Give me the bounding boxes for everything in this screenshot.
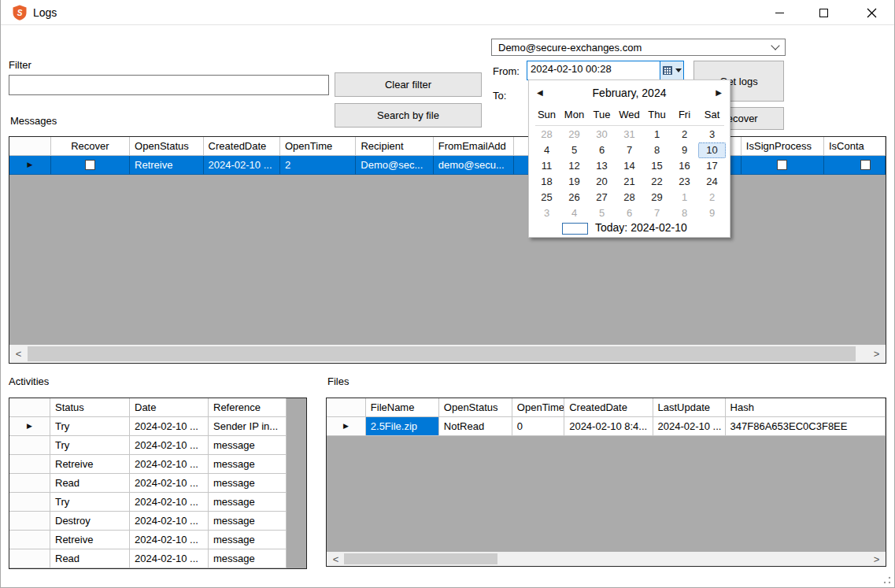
files-hash-cell[interactable]: 347F86A653EC0C3F8EE bbox=[726, 417, 886, 436]
calendar-day[interactable]: 26 bbox=[560, 190, 588, 205]
activity-reference-cell[interactable]: message bbox=[209, 493, 287, 512]
calendar-day[interactable]: 18 bbox=[533, 174, 560, 190]
activity-row-marker-cell[interactable] bbox=[9, 512, 50, 531]
calendar-day[interactable]: 15 bbox=[643, 158, 671, 174]
activity-row[interactable]: Destroy2024-02-10 ...message bbox=[9, 512, 306, 531]
activities-col-date[interactable]: Date bbox=[130, 398, 209, 417]
activity-status-cell[interactable]: Try bbox=[50, 417, 130, 436]
calendar-day[interactable]: 1 bbox=[643, 127, 671, 142]
clear-filter-button[interactable]: Clear filter bbox=[335, 72, 482, 97]
calendar-today-box[interactable] bbox=[562, 223, 588, 235]
calendar-day[interactable]: 5 bbox=[588, 205, 616, 221]
files-hscrollbar[interactable]: < > bbox=[327, 552, 886, 566]
calendar-day[interactable]: 3 bbox=[698, 127, 726, 142]
messages-col-recipient[interactable]: Recipient bbox=[356, 137, 433, 156]
activities-corner-header[interactable] bbox=[9, 398, 50, 417]
messages-isconta-cell[interactable] bbox=[824, 156, 886, 175]
calendar-day[interactable]: 22 bbox=[643, 174, 671, 190]
files-row-marker-cell[interactable]: ▶ bbox=[327, 417, 366, 436]
calendar-day[interactable]: 31 bbox=[616, 127, 643, 142]
files-lastupdate-cell[interactable]: 2024-02-10 ... bbox=[653, 417, 726, 436]
files-col-createddate[interactable]: CreatedDate bbox=[564, 398, 653, 417]
calendar-day[interactable]: 25 bbox=[533, 190, 560, 205]
calendar-day[interactable]: 5 bbox=[560, 142, 588, 158]
activity-date-cell[interactable]: 2024-02-10 ... bbox=[130, 531, 209, 549]
files-hscrollbar-thumb[interactable] bbox=[344, 553, 497, 564]
activity-row-marker-cell[interactable] bbox=[9, 493, 50, 512]
activity-status-cell[interactable]: Read bbox=[50, 474, 130, 493]
maximize-button[interactable] bbox=[805, 0, 841, 25]
activity-date-cell[interactable]: 2024-02-10 ... bbox=[130, 436, 209, 455]
calendar-day[interactable]: 24 bbox=[698, 174, 726, 190]
calendar-title[interactable]: February, 2024 bbox=[529, 87, 730, 99]
calendar-day[interactable]: 6 bbox=[616, 205, 643, 221]
activity-status-cell[interactable]: Try bbox=[50, 493, 130, 512]
calendar-day[interactable]: 20 bbox=[588, 174, 616, 190]
calendar-day[interactable]: 29 bbox=[643, 190, 671, 205]
activity-status-cell[interactable]: Retreive bbox=[50, 531, 130, 549]
activity-status-cell[interactable]: Destroy bbox=[50, 512, 130, 531]
from-datetime-picker[interactable]: 2024-02-10 00:28 bbox=[527, 61, 684, 80]
messages-recover-cell[interactable] bbox=[51, 156, 130, 175]
activities-col-status[interactable]: Status bbox=[50, 398, 130, 417]
calendar-day[interactable]: 11 bbox=[533, 158, 560, 174]
activity-reference-cell[interactable]: message bbox=[209, 455, 287, 474]
calendar-day[interactable]: 2 bbox=[671, 127, 698, 142]
scroll-left-icon[interactable]: < bbox=[9, 349, 28, 359]
messages-createddate-cell[interactable]: 2024-02-10 ... bbox=[204, 156, 280, 175]
activity-row[interactable]: Read2024-02-10 ...message bbox=[9, 549, 306, 568]
minimize-button[interactable] bbox=[761, 0, 797, 25]
activity-row[interactable]: Retreive2024-02-10 ...message bbox=[9, 531, 306, 549]
row-marker-cell[interactable]: ▶ bbox=[9, 156, 51, 175]
messages-hscrollbar-thumb[interactable] bbox=[28, 346, 856, 361]
activity-row[interactable]: ▶Try2024-02-10 ...Sender IP in... bbox=[9, 417, 306, 436]
activity-reference-cell[interactable]: message bbox=[209, 531, 287, 549]
activity-row-marker-cell[interactable] bbox=[9, 474, 50, 493]
messages-corner-header[interactable] bbox=[9, 137, 51, 156]
activity-status-cell[interactable]: Retreive bbox=[50, 455, 130, 474]
calendar-day[interactable]: 27 bbox=[588, 190, 616, 205]
activity-row-marker-cell[interactable] bbox=[9, 455, 50, 474]
files-createddate-cell[interactable]: 2024-02-10 8:4... bbox=[564, 417, 653, 436]
messages-col-openstatus[interactable]: OpenStatus bbox=[130, 137, 204, 156]
activity-row[interactable]: Retreive2024-02-10 ...message bbox=[9, 455, 306, 474]
messages-recipient-cell[interactable]: Demo@sec... bbox=[356, 156, 433, 175]
calendar-day[interactable]: 28 bbox=[533, 127, 560, 142]
files-openstatus-cell[interactable]: NotRead bbox=[439, 417, 512, 436]
calendar-day[interactable]: 12 bbox=[560, 158, 588, 174]
messages-openstatus-cell[interactable]: Retreive bbox=[130, 156, 204, 175]
issignprocess-checkbox[interactable] bbox=[777, 160, 787, 170]
messages-issignprocess-cell[interactable] bbox=[742, 156, 824, 175]
activity-reference-cell[interactable]: Sender IP in... bbox=[209, 417, 287, 436]
calendar-day[interactable]: 17 bbox=[698, 158, 726, 174]
isconta-checkbox[interactable] bbox=[860, 160, 871, 170]
files-col-openstatus[interactable]: OpenStatus bbox=[439, 398, 512, 417]
calendar-day[interactable]: 6 bbox=[588, 142, 616, 158]
messages-col-opentime[interactable]: OpenTime bbox=[280, 137, 356, 156]
files-col-hash[interactable]: Hash bbox=[726, 398, 886, 417]
calendar-day[interactable]: 8 bbox=[671, 205, 698, 221]
files-corner-header[interactable] bbox=[327, 398, 366, 417]
calendar-day[interactable]: 21 bbox=[616, 174, 643, 190]
search-by-file-button[interactable]: Search by file bbox=[335, 103, 482, 128]
calendar-day[interactable]: 4 bbox=[533, 142, 560, 158]
recover-checkbox[interactable] bbox=[85, 160, 95, 170]
calendar-dropdown-button[interactable] bbox=[660, 61, 683, 80]
messages-fromemailadd-cell[interactable]: demo@secu... bbox=[434, 156, 514, 175]
files-col-lastupdate[interactable]: LastUpdate bbox=[653, 398, 726, 417]
files-filename-cell[interactable]: 2.5File.zip bbox=[366, 417, 439, 436]
scroll-right-icon[interactable]: > bbox=[867, 349, 886, 359]
messages-col-issignprocess[interactable]: IsSignProcess bbox=[742, 137, 824, 156]
files-col-opentime[interactable]: OpenTime bbox=[512, 398, 564, 417]
activity-reference-cell[interactable]: message bbox=[209, 474, 287, 493]
calendar-day[interactable]: 30 bbox=[588, 127, 616, 142]
scroll-left-icon[interactable]: < bbox=[327, 554, 345, 564]
messages-col-recover[interactable]: Recover bbox=[51, 137, 130, 156]
calendar-day-selected[interactable]: 10 bbox=[698, 142, 726, 158]
messages-col-createddate[interactable]: CreatedDate bbox=[204, 137, 280, 156]
calendar-day[interactable]: 1 bbox=[671, 190, 698, 205]
calendar-today-label[interactable]: Today: 2024-02-10 bbox=[595, 221, 687, 234]
calendar-day[interactable]: 9 bbox=[698, 205, 726, 221]
activity-status-cell[interactable]: Read bbox=[50, 549, 130, 568]
calendar-day[interactable]: 14 bbox=[616, 158, 643, 174]
